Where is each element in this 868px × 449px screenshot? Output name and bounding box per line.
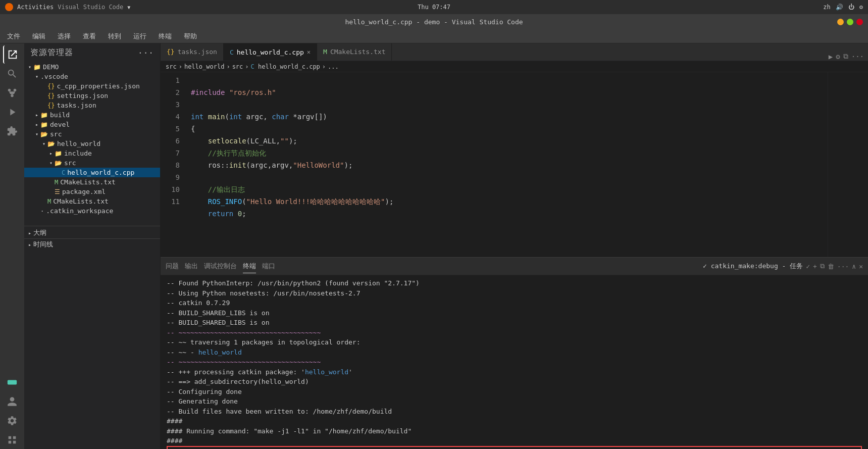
tree-item-src-inner[interactable]: ▾ 📂 src — [24, 158, 160, 168]
sidebar-header: 资源管理器 ··· — [24, 43, 160, 62]
settings-icon[interactable]: ⚙ — [836, 53, 840, 61]
editor-section: {} tasks.json C hello_world_c.cpp ✕ M CM… — [161, 43, 868, 449]
folder-open-icon: 📂 — [47, 140, 55, 147]
tree-item-devel[interactable]: ▸ 📁 devel — [24, 120, 160, 129]
tab-bar-actions: ▶ ⚙ ⧉ ··· — [829, 52, 868, 61]
breadcrumb-sep: › — [179, 63, 182, 70]
firefox-icon[interactable] — [5, 3, 13, 11]
menu-terminal[interactable]: 终端 — [157, 31, 174, 42]
chevron-down-icon: ▾ — [33, 131, 40, 137]
tree-label: DEMO — [43, 63, 59, 71]
topbar-right: zh 🔊 ⏻ ⚙ — [823, 4, 863, 11]
xml-file-icon: ☰ — [55, 188, 60, 195]
terminal-split-icon[interactable]: ⧉ — [820, 262, 825, 270]
tab-close-button[interactable]: ✕ — [307, 48, 311, 56]
menu-go[interactable]: 转到 — [106, 31, 123, 42]
svg-point-0 — [11, 94, 14, 97]
tree-item-src-root[interactable]: ▾ 📂 src — [24, 129, 160, 139]
menu-run[interactable]: 运行 — [131, 31, 148, 42]
tree-label: src — [50, 130, 62, 138]
cmake-file-icon: M — [55, 179, 58, 186]
settings-topbar-icon[interactable]: ⚙ — [859, 4, 863, 11]
title-bar: hello_world_c.cpp - demo - Visual Studio… — [0, 14, 868, 29]
tree-item-build[interactable]: ▸ 📁 build — [24, 110, 160, 120]
menu-help[interactable]: 帮助 — [182, 31, 199, 42]
code-content[interactable]: #include "ros/ros.h" int main(int argc, … — [185, 72, 828, 257]
tree-item-outline[interactable]: ▸ 大纲 — [24, 226, 160, 238]
activity-source-control[interactable] — [3, 84, 21, 102]
tab-output[interactable]: 输出 — [185, 260, 198, 273]
activity-user[interactable] — [3, 392, 21, 411]
activity-explorer[interactable] — [3, 45, 21, 64]
system-clock: Thu 07:47 — [418, 4, 450, 11]
close-button[interactable] — [856, 19, 863, 25]
vscode-label[interactable]: Visual Studio Code — [58, 4, 123, 11]
dropdown-icon[interactable]: ▼ — [127, 5, 130, 10]
menu-edit[interactable]: 编辑 — [30, 31, 47, 42]
run-icon[interactable]: ▶ — [829, 53, 833, 61]
activity-search[interactable] — [3, 65, 21, 83]
sidebar-menu-icon[interactable]: ··· — [138, 48, 154, 58]
breadcrumb-part[interactable]: C hello_world_c.cpp — [251, 63, 320, 70]
activity-extensions[interactable] — [3, 122, 21, 140]
activity-remote[interactable] — [3, 373, 21, 391]
tab-problems[interactable]: 问题 — [166, 260, 179, 273]
terminal-line: -- Using Python nosetests: /usr/bin/nose… — [167, 288, 862, 298]
activity-settings[interactable] — [3, 412, 21, 430]
main-container: 资源管理器 ··· ▾ 📁 DEMO ▾ .vscode {} c_cpp_pr… — [0, 43, 868, 449]
more-actions-icon[interactable]: ··· — [851, 53, 864, 61]
tree-item-cmakelists-outer[interactable]: M CMakeLists.txt — [24, 196, 160, 206]
maximize-button[interactable] — [847, 19, 853, 25]
editor-area: {} tasks.json C hello_world_c.cpp ✕ M CM… — [161, 43, 868, 257]
tree-item-cpp-properties[interactable]: {} c_cpp_properties.json — [24, 81, 160, 91]
breadcrumb-part[interactable]: hello_world — [184, 63, 224, 70]
tree-item-cmakelists-inner[interactable]: M CMakeLists.txt — [24, 177, 160, 187]
tab-debug-console[interactable]: 调试控制台 — [204, 260, 237, 273]
tab-cmake[interactable]: M CMakeLists.txt — [317, 43, 392, 61]
tree-item-hello-cpp[interactable]: C hello_world_c.cpp — [24, 168, 160, 177]
tree-label: CMakeLists.txt — [53, 197, 109, 205]
breadcrumb-part[interactable]: src — [166, 63, 177, 70]
tree-item-package-xml[interactable]: ☰ package.xml — [24, 187, 160, 196]
terminal-check-icon[interactable]: ✓ — [806, 263, 810, 270]
tree-item-timeline[interactable]: ▸ 时间线 — [24, 238, 160, 250]
tab-hello-cpp[interactable]: C hello_world_c.cpp ✕ — [224, 43, 317, 61]
terminal-add-icon[interactable]: + — [813, 263, 817, 270]
code-editor[interactable]: 1 2 3 4 5 6 7 8 9 10 11 #include "ros/ro… — [161, 72, 868, 257]
breadcrumb-part[interactable]: src — [232, 63, 243, 70]
tab-tasks-json[interactable]: {} tasks.json — [161, 43, 224, 61]
json-file-icon: {} — [47, 92, 55, 99]
tree-item-vscode[interactable]: ▾ .vscode — [24, 72, 160, 81]
activities-label[interactable]: Activities — [17, 4, 54, 11]
chevron-right-icon: ▸ — [33, 122, 40, 127]
minimize-button[interactable] — [837, 19, 844, 25]
tab-icon: {} — [167, 48, 175, 56]
tab-ports[interactable]: 端口 — [262, 260, 275, 273]
sound-icon[interactable]: 🔊 — [836, 4, 843, 11]
tab-terminal[interactable]: 终端 — [243, 260, 256, 273]
menu-view[interactable]: 查看 — [81, 31, 98, 42]
terminal-more-icon[interactable]: ··· — [837, 263, 849, 270]
tree-item-tasks[interactable]: {} tasks.json — [24, 101, 160, 110]
tree-item-demo[interactable]: ▾ 📁 DEMO — [24, 62, 160, 72]
tree-item-hello-world[interactable]: ▾ 📂 hello_world — [24, 139, 160, 148]
tree-item-catkin[interactable]: · .catkin_workspace — [24, 206, 160, 216]
terminal-trash-icon[interactable]: 🗑 — [828, 263, 834, 270]
breadcrumb-part[interactable]: ... — [328, 63, 339, 70]
tree-item-include[interactable]: ▸ 📁 include — [24, 148, 160, 158]
split-editor-icon[interactable]: ⧉ — [843, 52, 848, 61]
power-icon[interactable]: ⏻ — [848, 4, 854, 11]
terminal-content[interactable]: -- Found PythonInterp: /usr/bin/python2 … — [161, 275, 868, 449]
menu-file[interactable]: 文件 — [5, 31, 22, 42]
activity-grid[interactable] — [3, 431, 21, 449]
activity-run-debug[interactable] — [3, 103, 21, 121]
tree-label: build — [50, 111, 70, 119]
menu-select[interactable]: 选择 — [56, 31, 73, 42]
terminal-chevron-up-icon[interactable]: ∧ — [852, 263, 856, 270]
chevron-down-icon: ▾ — [47, 160, 55, 166]
terminal-close-icon[interactable]: ✕ — [859, 263, 863, 270]
lang-indicator[interactable]: zh — [823, 4, 830, 11]
tree-item-settings[interactable]: {} settings.json — [24, 91, 160, 101]
tree-label: .vscode — [40, 73, 68, 80]
tree-label: CMakeLists.txt — [60, 178, 116, 186]
